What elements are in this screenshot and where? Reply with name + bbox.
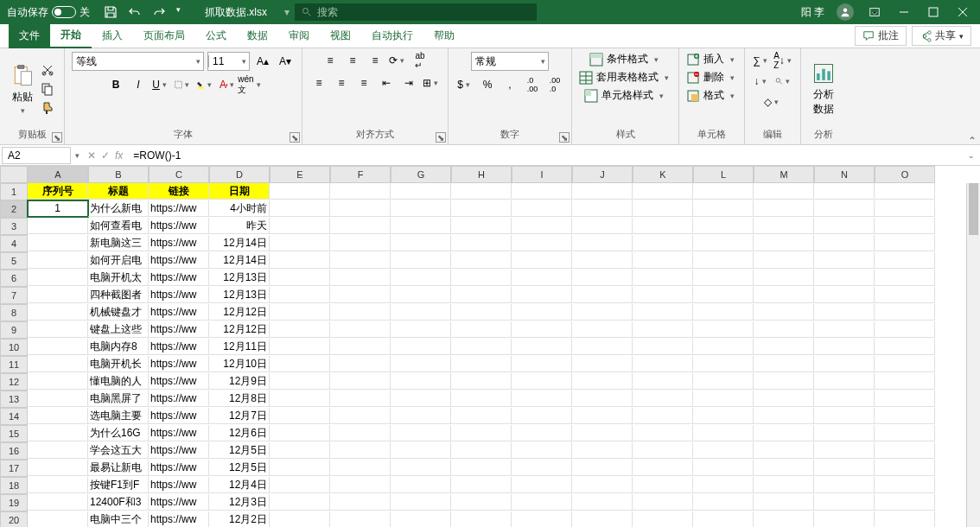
- comma-icon[interactable]: ,: [500, 76, 519, 93]
- percent-icon[interactable]: %: [478, 76, 497, 93]
- cell[interactable]: 日期: [209, 183, 270, 200]
- cell[interactable]: https://ww: [149, 408, 209, 424]
- cell[interactable]: 12月4日: [209, 477, 270, 493]
- cell[interactable]: [28, 390, 88, 407]
- decrease-indent-icon[interactable]: ⇤: [377, 74, 396, 92]
- cell[interactable]: [270, 339, 330, 355]
- select-all-corner[interactable]: [0, 166, 28, 183]
- cell[interactable]: 电脑内存8: [88, 339, 149, 355]
- cell[interactable]: [572, 373, 633, 390]
- tab-review[interactable]: 审阅: [278, 24, 320, 48]
- cell[interactable]: [814, 321, 875, 338]
- cell[interactable]: [270, 494, 330, 511]
- cell[interactable]: [814, 442, 875, 459]
- cell[interactable]: [572, 235, 633, 251]
- cell[interactable]: https://ww: [149, 425, 209, 441]
- cell[interactable]: 标题: [88, 183, 149, 200]
- cell[interactable]: [391, 442, 451, 459]
- cell[interactable]: [451, 304, 512, 321]
- cell[interactable]: [330, 235, 391, 251]
- cell[interactable]: [512, 356, 572, 372]
- cell[interactable]: [28, 477, 88, 493]
- cell[interactable]: [330, 425, 391, 441]
- col-header[interactable]: E: [270, 166, 330, 183]
- phonetic-icon[interactable]: wén文▾: [241, 76, 260, 93]
- qat-dropdown-icon[interactable]: ▾: [176, 5, 181, 19]
- cell[interactable]: [270, 287, 330, 303]
- tab-insert[interactable]: 插入: [92, 24, 133, 48]
- cell[interactable]: [875, 321, 935, 338]
- cell[interactable]: [814, 408, 875, 424]
- cell[interactable]: [633, 477, 693, 493]
- cell[interactable]: [330, 200, 391, 217]
- number-format-dropdown[interactable]: 常规▾: [471, 52, 549, 71]
- row-header[interactable]: 7: [0, 287, 28, 304]
- cell[interactable]: [330, 408, 391, 424]
- clear-icon[interactable]: ◇▾: [763, 93, 782, 111]
- cell[interactable]: [451, 390, 512, 407]
- cell[interactable]: https://ww: [149, 390, 209, 407]
- row-header[interactable]: 14: [0, 408, 28, 425]
- cell[interactable]: [875, 183, 935, 200]
- orientation-icon[interactable]: ⟳▾: [388, 52, 407, 69]
- cell[interactable]: [693, 235, 754, 251]
- cell[interactable]: [270, 270, 330, 286]
- autosave-toggle[interactable]: 自动保存 关: [0, 5, 97, 20]
- cell[interactable]: [572, 494, 633, 511]
- cell[interactable]: [28, 373, 88, 390]
- tab-view[interactable]: 视图: [320, 24, 361, 48]
- wrap-text-icon[interactable]: ab↵: [410, 52, 430, 69]
- cell[interactable]: [754, 218, 814, 234]
- cell[interactable]: [754, 235, 814, 251]
- cell[interactable]: [330, 270, 391, 286]
- cell[interactable]: 12月13日: [209, 287, 270, 303]
- col-header[interactable]: I: [512, 166, 572, 183]
- cancel-formula-icon[interactable]: ✕: [87, 149, 96, 162]
- cell[interactable]: 12月2日: [209, 511, 270, 527]
- col-header[interactable]: F: [330, 166, 391, 183]
- cell[interactable]: [572, 390, 633, 407]
- cell[interactable]: [875, 425, 935, 441]
- comments-button[interactable]: 批注: [855, 26, 907, 46]
- cell[interactable]: [270, 235, 330, 251]
- cell[interactable]: 12月5日: [209, 442, 270, 459]
- format-painter-icon[interactable]: [38, 99, 57, 117]
- cell[interactable]: [814, 460, 875, 476]
- cell[interactable]: [633, 252, 693, 269]
- cell[interactable]: [693, 425, 754, 441]
- cell[interactable]: 12400F和3: [88, 494, 149, 511]
- cell[interactable]: 12月5日: [209, 460, 270, 476]
- cell[interactable]: [814, 287, 875, 303]
- cell[interactable]: [391, 235, 451, 251]
- cell[interactable]: [572, 511, 633, 527]
- cell[interactable]: [754, 425, 814, 441]
- cell[interactable]: [391, 321, 451, 338]
- cell[interactable]: [28, 339, 88, 355]
- cell[interactable]: [270, 252, 330, 269]
- cell[interactable]: 12月11日: [209, 339, 270, 355]
- cell[interactable]: [391, 494, 451, 511]
- cell[interactable]: [754, 356, 814, 372]
- cell[interactable]: [633, 218, 693, 234]
- cell[interactable]: [270, 321, 330, 338]
- cell[interactable]: [693, 442, 754, 459]
- cell[interactable]: [693, 511, 754, 527]
- cell[interactable]: 键盘上这些: [88, 321, 149, 338]
- cell[interactable]: [814, 494, 875, 511]
- cell[interactable]: [572, 270, 633, 286]
- chevron-down-icon[interactable]: ▾: [284, 6, 290, 18]
- cell[interactable]: [814, 183, 875, 200]
- cell[interactable]: 12月7日: [209, 408, 270, 424]
- cell[interactable]: [633, 373, 693, 390]
- cell[interactable]: [754, 287, 814, 303]
- paste-button[interactable]: 粘贴 ▾: [7, 62, 38, 117]
- bold-button[interactable]: B: [106, 76, 125, 93]
- cell[interactable]: [512, 321, 572, 338]
- cell[interactable]: [451, 183, 512, 200]
- cell[interactable]: [512, 270, 572, 286]
- cell[interactable]: 4小时前: [209, 200, 270, 217]
- cell[interactable]: [28, 460, 88, 476]
- font-color-icon[interactable]: A▾: [219, 76, 238, 93]
- cell[interactable]: [633, 200, 693, 217]
- cell[interactable]: [693, 477, 754, 493]
